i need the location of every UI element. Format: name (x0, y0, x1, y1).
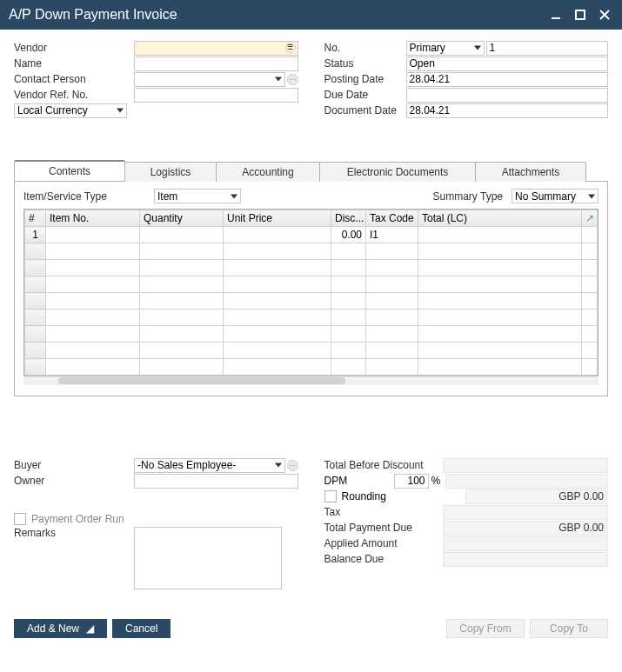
name-label: Name (14, 57, 134, 70)
col-tax[interactable]: Tax Code (366, 210, 418, 227)
vendor-input[interactable]: ☰ (134, 41, 298, 56)
dpm-label: DPM (324, 475, 394, 487)
tbd-label: Total Before Discount (324, 459, 443, 471)
balance-label: Balance Due (324, 553, 443, 565)
tab-body: Item/Service Type Item Summary Type No S… (14, 181, 608, 396)
paymentorder-label: Payment Order Run (31, 513, 124, 525)
applied-field (443, 536, 609, 551)
no-label: No. (324, 42, 406, 54)
tax-label: Tax (324, 506, 443, 518)
status-field: Open (406, 57, 609, 71)
itemservice-label: Item/Service Type (23, 190, 145, 203)
table-row: 1 0.00 I1 (25, 227, 598, 243)
paymentorder-checkbox[interactable] (14, 513, 26, 525)
tab-contents[interactable]: Contents (14, 160, 125, 181)
minimize-button[interactable] (547, 6, 565, 23)
cancel-button[interactable]: Cancel (112, 619, 171, 638)
svg-rect-1 (576, 10, 585, 19)
summary-combo[interactable]: No Summary (512, 189, 599, 203)
copy-from-button[interactable]: Copy From (446, 619, 525, 638)
tab-bar: Contents Logistics Accounting Electronic… (14, 160, 608, 181)
due-input[interactable] (406, 88, 609, 103)
buyer-combo[interactable]: -No Sales Employee- (134, 458, 285, 473)
tax-field (443, 505, 609, 520)
line-grid[interactable]: # Item No. Quantity Unit Price Disc... T… (23, 209, 599, 376)
tab-logistics[interactable]: Logistics (124, 162, 217, 182)
no-input[interactable]: 1 (486, 41, 609, 56)
contact-label: Contact Person (14, 73, 134, 85)
dpm-amount (445, 474, 608, 489)
pct-label: % (431, 475, 441, 487)
tab-accounting[interactable]: Accounting (216, 162, 320, 182)
grid-hscroll[interactable] (23, 376, 599, 385)
posting-label: Posting Date (324, 73, 406, 85)
contact-combo[interactable] (134, 72, 285, 87)
buyer-detail-icon[interactable]: ⋯ (287, 460, 298, 471)
vendor-label: Vendor (14, 42, 134, 54)
owner-input[interactable] (134, 474, 298, 489)
rounding-field: GBP 0.00 (465, 489, 608, 504)
col-item[interactable]: Item No. (46, 210, 140, 227)
status-label: Status (324, 57, 406, 70)
total-label: Total Payment Due (324, 522, 443, 534)
remarks-input[interactable] (134, 527, 282, 589)
posting-input[interactable]: 28.04.21 (406, 72, 609, 87)
maximize-button[interactable] (572, 6, 589, 23)
copy-to-button[interactable]: Copy To (530, 619, 608, 638)
title-bar: A/P Down Payment Invoice (0, 0, 622, 30)
col-price[interactable]: Unit Price (224, 210, 331, 227)
total-field: GBP 0.00 (443, 521, 609, 536)
due-label: Due Date (324, 89, 406, 101)
applied-label: Applied Amount (324, 537, 443, 549)
currency-combo[interactable]: Local Currency (14, 103, 127, 118)
summary-label: Summary Type (433, 190, 503, 203)
doc-input[interactable]: 28.04.21 (406, 103, 609, 118)
buyer-label: Buyer (14, 459, 134, 471)
close-button[interactable] (596, 6, 613, 23)
balance-field (443, 552, 609, 567)
add-new-button[interactable]: Add & New◢ (14, 619, 107, 638)
col-qty[interactable]: Quantity (140, 210, 224, 227)
contact-detail-icon[interactable]: ⋯ (287, 74, 298, 85)
grid-expand-icon[interactable]: ↗ (582, 210, 598, 227)
tbd-field (443, 458, 609, 473)
window-title: A/P Down Payment Invoice (9, 7, 540, 23)
vendorref-label: Vendor Ref. No. (14, 89, 134, 101)
owner-label: Owner (14, 475, 134, 487)
doc-label: Document Date (324, 104, 406, 116)
name-input[interactable] (134, 57, 298, 71)
rounding-checkbox[interactable] (324, 490, 337, 502)
vendorref-input[interactable] (134, 88, 298, 103)
itemservice-combo[interactable]: Item (154, 189, 241, 203)
tab-edoc[interactable]: Electronic Documents (319, 162, 476, 182)
col-total[interactable]: Total (LC) (418, 210, 582, 227)
dpm-input[interactable]: 100 (394, 474, 429, 489)
tab-attach[interactable]: Attachments (475, 162, 586, 182)
remarks-label: Remarks (14, 527, 134, 539)
col-num[interactable]: # (25, 210, 46, 227)
rounding-label: Rounding (342, 490, 466, 502)
no-series-combo[interactable]: Primary (406, 41, 485, 56)
col-disc[interactable]: Disc... (331, 210, 366, 227)
